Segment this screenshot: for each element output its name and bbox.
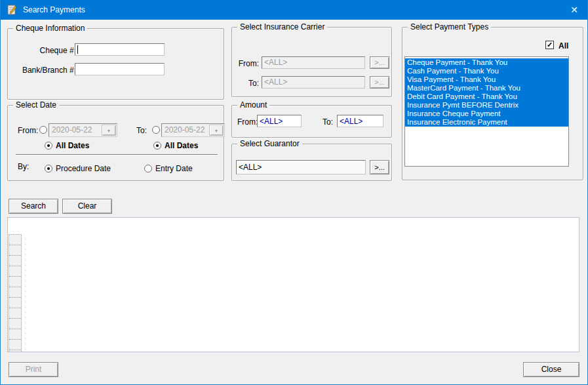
check-icon: ✓ bbox=[546, 41, 553, 49]
payment-types-list[interactable]: Cheque Payment - Thank YouCash Payment -… bbox=[404, 56, 569, 167]
grid-row-stub bbox=[9, 319, 21, 329]
date-to-value: 2020-05-22 bbox=[165, 125, 205, 134]
bank-branch-input[interactable] bbox=[75, 63, 165, 75]
grid-row-stub bbox=[9, 308, 21, 319]
grid-row-stub bbox=[9, 266, 21, 277]
guarantor-field[interactable]: <ALL> bbox=[236, 160, 366, 174]
payment-types-group: Select Payment Types ✓ All Cheque Paymen… bbox=[402, 27, 583, 180]
cheque-number-field-wrap bbox=[75, 43, 165, 56]
amount-from-input[interactable] bbox=[257, 115, 302, 127]
close-button[interactable]: Close bbox=[523, 362, 579, 377]
carrier-from-label: From: bbox=[232, 59, 259, 68]
search-payments-dialog: Search Payments ✕ Cheque Information Che… bbox=[0, 0, 588, 385]
grid-row-stub bbox=[9, 287, 21, 298]
grid-row-stub bbox=[9, 329, 21, 340]
grid-row-stub bbox=[9, 277, 21, 287]
payment-type-item[interactable]: Cheque Payment - Thank You bbox=[405, 58, 568, 67]
all-payment-types-checkbox[interactable]: ✓ bbox=[545, 41, 554, 49]
procedure-date-label: Procedure Date bbox=[56, 164, 111, 173]
titlebar[interactable]: Search Payments ✕ bbox=[1, 0, 588, 20]
payment-type-item[interactable]: Insurance Electronic Payment bbox=[405, 118, 568, 127]
cheque-information-group: Cheque Information Cheque #: Bank/Branch… bbox=[7, 28, 224, 100]
grid-row-stub bbox=[9, 235, 21, 245]
insurance-carrier-legend: Select Insurance Carrier bbox=[237, 22, 327, 31]
payment-type-item[interactable]: Visa Payment - Thank You bbox=[405, 75, 568, 84]
date-from-all-dates-label: All Dates bbox=[56, 141, 89, 150]
chevron-down-icon: ▼ bbox=[107, 129, 111, 133]
payment-type-item[interactable]: Cash Payment - Thank You bbox=[405, 67, 568, 75]
carrier-from-browse-button: >... bbox=[370, 56, 389, 69]
date-to-radio[interactable] bbox=[152, 126, 160, 134]
grid-row-stub bbox=[9, 256, 21, 266]
amount-to-label: To: bbox=[323, 117, 333, 127]
date-to-all-dates-radio[interactable] bbox=[153, 142, 161, 150]
date-from-all-dates-radio[interactable] bbox=[45, 142, 52, 150]
grid-row-stub bbox=[9, 340, 21, 350]
grid-row-stub bbox=[9, 298, 21, 308]
guarantor-legend: Select Guarantor bbox=[237, 139, 302, 148]
date-from-radio[interactable] bbox=[39, 126, 47, 134]
payment-type-item[interactable]: Insurance Cheque Payment bbox=[405, 110, 568, 118]
text-caret bbox=[77, 45, 78, 54]
results-grid bbox=[7, 217, 579, 352]
carrier-to-browse-button: >... bbox=[370, 76, 389, 89]
cheque-number-input[interactable] bbox=[75, 43, 165, 56]
payment-type-item[interactable]: Debit Card Payment - Thank You bbox=[405, 92, 568, 101]
guarantor-browse-button[interactable]: >... bbox=[370, 160, 389, 174]
carrier-to-label: To: bbox=[232, 79, 259, 88]
payment-type-item[interactable]: Insurance Pymt BEFORE Dentrix bbox=[405, 101, 568, 110]
date-by-label: By: bbox=[18, 162, 29, 171]
grid-row-headers bbox=[9, 234, 22, 352]
guarantor-group: Select Guarantor <ALL> >... bbox=[231, 144, 392, 181]
carrier-to-field: <ALL> bbox=[262, 76, 365, 89]
chevron-down-icon: ▼ bbox=[214, 129, 219, 133]
entry-date-label: Entry Date bbox=[155, 164, 193, 173]
cheque-number-label: Cheque #: bbox=[8, 46, 76, 55]
date-to-label: To: bbox=[136, 126, 147, 135]
search-button[interactable]: Search bbox=[9, 199, 58, 214]
insurance-carrier-group: Select Insurance Carrier From: <ALL> >..… bbox=[231, 27, 392, 97]
date-to-combo: 2020-05-22 ▼ bbox=[161, 123, 225, 137]
close-icon[interactable]: ✕ bbox=[560, 0, 588, 20]
grid-row-stub bbox=[9, 245, 21, 256]
all-checkbox-label: All bbox=[559, 41, 568, 51]
select-date-legend: Select Date bbox=[13, 100, 59, 110]
close-glyph: ✕ bbox=[570, 5, 578, 15]
amount-to-input[interactable] bbox=[337, 115, 383, 127]
date-from-combo: 2020-05-22 ▼ bbox=[49, 123, 117, 137]
cheque-information-legend: Cheque Information bbox=[13, 24, 87, 33]
amount-legend: Amount bbox=[237, 100, 269, 110]
clear-button[interactable]: Clear bbox=[62, 199, 112, 214]
date-to-all-dates-label: All Dates bbox=[165, 141, 198, 150]
date-to-dropdown-button: ▼ bbox=[209, 125, 224, 136]
bank-branch-label: Bank/Branch #: bbox=[8, 66, 76, 75]
date-from-value: 2020-05-22 bbox=[52, 125, 92, 134]
date-from-dropdown-button: ▼ bbox=[102, 125, 116, 136]
entry-date-radio[interactable] bbox=[144, 165, 152, 172]
select-date-group: Select Date From: 2020-05-22 ▼ To: 2020-… bbox=[7, 105, 224, 181]
payment-type-item[interactable]: MasterCard Payment - Thank You bbox=[405, 84, 568, 92]
date-group-separator bbox=[16, 154, 218, 155]
carrier-from-field: <ALL> bbox=[262, 56, 365, 69]
amount-group: Amount From: To: bbox=[231, 105, 392, 138]
amount-from-label: From: bbox=[237, 117, 258, 127]
search-payments-icon bbox=[7, 5, 17, 15]
procedure-date-radio[interactable] bbox=[45, 165, 52, 172]
window-title: Search Payments bbox=[23, 0, 85, 20]
date-from-label: From: bbox=[18, 126, 38, 135]
payment-types-legend: Select Payment Types bbox=[408, 22, 491, 31]
print-button: Print bbox=[9, 362, 58, 377]
